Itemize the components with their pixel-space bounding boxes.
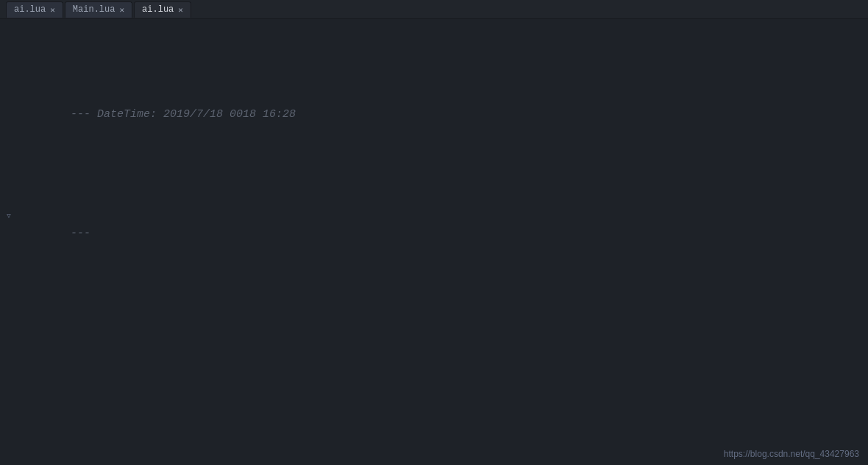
- fold-col-2: ▽: [3, 207, 15, 225]
- fold-btn-2[interactable]: ▽: [7, 207, 10, 225]
- code-line-1: --- DateTime: 2019/7/18 0018 16:28: [3, 88, 868, 141]
- line-content-4: [15, 411, 868, 428]
- tab-main-lua[interactable]: Main.lua ✕: [65, 1, 132, 18]
- tab-label-3: ai.lua: [142, 4, 174, 15]
- code-line-3: [3, 327, 868, 344]
- line-content-2: ---: [15, 207, 868, 260]
- line-content-3: [15, 327, 868, 344]
- code-line-2: ▽ ---: [3, 207, 868, 260]
- tabs-bar: ai.lua ✕ Main.lua ✕ ai.lua ✕: [0, 0, 868, 19]
- code-area: --- DateTime: 2019/7/18 0018 16:28 ▽ ---: [0, 19, 868, 465]
- code-line-4: [3, 411, 868, 428]
- watermark: https://blog.csdn.net/qq_43427963: [724, 449, 859, 459]
- code-editor[interactable]: --- DateTime: 2019/7/18 0018 16:28 ▽ ---: [0, 19, 868, 465]
- tab-label-1: ai.lua: [14, 4, 46, 15]
- tab-ai-lua-2[interactable]: ai.lua ✕: [134, 1, 191, 18]
- tab-close-2[interactable]: ✕: [119, 5, 124, 15]
- tab-close-1[interactable]: ✕: [50, 5, 55, 15]
- line-content-1: --- DateTime: 2019/7/18 0018 16:28: [15, 88, 868, 141]
- tab-close-3[interactable]: ✕: [178, 5, 183, 15]
- tab-ai-lua-1[interactable]: ai.lua ✕: [6, 1, 63, 18]
- tab-label-2: Main.lua: [73, 4, 115, 15]
